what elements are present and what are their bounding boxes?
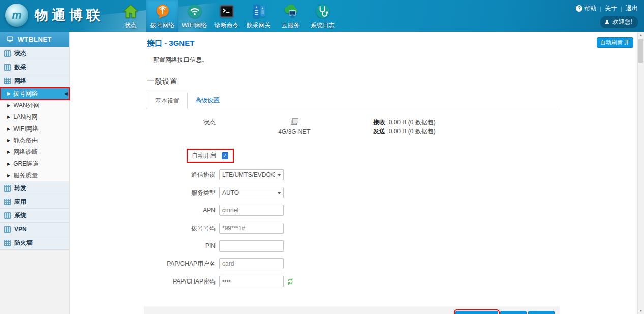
sidebar-item-vpn[interactable]: ▶ VPN ◀ [0,223,69,236]
field-control[interactable] [219,205,284,216]
refresh-icon[interactable] [287,278,294,285]
field-control[interactable] [219,276,284,287]
field-input[interactable] [219,187,284,198]
field-label: 服务类型 [144,189,216,197]
field-label: PAP/CHAP密码 [144,277,216,286]
chevron-down-icon [277,174,281,176]
reset-button[interactable]: 复位 [528,311,555,314]
field-label: PAP/CHAP用户名 [144,260,216,268]
wifi-icon [186,3,203,20]
nav-item-status[interactable]: 状态 [114,0,146,32]
divider: | [621,6,622,12]
status-row: 状态 4G/3G-NET 接收: 0.00 B (0 数据包) 发送: 0.00… [144,118,560,136]
sidebar-item-system[interactable]: ▶ 系统 ◀ [0,209,69,223]
auto-enable-label: 自动开启 [192,151,216,160]
grid-icon [4,64,11,71]
rx-stat: 接收: 0.00 B (0 数据包) [373,118,436,127]
about-link[interactable]: 关于 [605,4,617,13]
stethoscope-icon [314,3,331,20]
tab-basic-settings[interactable]: 基本设置 [147,93,188,109]
logo-sphere-icon: m [5,4,28,27]
tx-stat: 发送: 0.00 B (0 数据包) [373,127,436,136]
auto-refresh-toggle[interactable]: 自动刷新 开 [597,37,633,48]
sidebar-header: WTBLNET [0,32,69,47]
active-marker-icon: ◀ [65,91,68,96]
nav-item-dial-network[interactable]: 拨号网络 [146,0,178,32]
field-control[interactable] [219,258,284,269]
chevron-right-icon: ▶ [7,162,10,166]
logout-link[interactable]: 退出 [626,4,638,13]
grid-icon [4,212,11,219]
sidebar-item-static-route[interactable]: ▶ 静态路由 ◀ [0,135,69,146]
scrollbar-thumb[interactable] [638,39,643,63]
interface-device: 4G/3G-NET [216,118,373,136]
sidebar-item-qos[interactable]: ▶ 服务质量 ◀ [0,170,69,181]
sidebar-item-forwarding[interactable]: ▶ 转发 ◀ [0,181,69,195]
form-footer: 保存&应用 保存 复位 [144,306,560,314]
sidebar-item-gre-tunnel[interactable]: ▶ GRE隧道 ◀ [0,158,69,170]
grid-icon [4,185,11,192]
sidebar-item-net-diag[interactable]: ▶ 网络诊断 ◀ [0,146,69,158]
field-control[interactable] [219,187,284,198]
dial-antenna-icon [154,3,171,20]
status-label: 状态 [144,118,216,136]
chevron-right-icon: ▶ [7,150,10,154]
brand-logo: m 物通博联 [5,4,104,27]
field-control[interactable] [219,240,284,252]
settings-form: 通信协议 服务类型 [144,169,560,287]
scroll-up-icon[interactable]: ▲ [638,32,644,38]
save-button[interactable]: 保存 [500,311,527,314]
page-subtitle: 配置网络接口信息。 [153,56,560,65]
field-label: PIN [144,242,216,249]
pap-chap-username-field: PAP/CHAP用户名 [144,258,560,269]
chevron-right-icon: ▶ [7,91,10,96]
nav-item-daq-gateway[interactable]: 数采网关 [242,0,274,32]
nav-item-syslog[interactable]: 系统日志 [306,0,339,32]
help-link[interactable]: ?帮助 [576,4,596,13]
sidebar-item-apps[interactable]: ▶ 应用 ◀ [0,195,69,209]
chevron-right-icon: ▶ [7,103,10,108]
page-title: 接口 - 3GNET [147,39,560,48]
field-input[interactable] [219,205,284,216]
annotation-box: 自动开启 [187,149,234,163]
sidebar-item-wifi[interactable]: ▶ WIFI网络 ◀ [0,123,69,135]
nav-item-cloud[interactable]: 云服务 [274,0,306,32]
user-icon [604,19,610,25]
sidebar-item-dial-network[interactable]: ▶ 拨号网络 ◀ [0,88,69,100]
tab-advanced-settings[interactable]: 高级设置 [188,93,227,109]
grid-icon [4,199,11,205]
sidebar-item-status[interactable]: ▶ 状态 ◀ [0,47,69,60]
field-input[interactable] [219,223,284,234]
traffic-stats: 接收: 0.00 B (0 数据包) 发送: 0.00 B (0 数据包) [373,118,436,136]
field-input[interactable] [219,169,284,180]
sidebar-item-network[interactable]: ▶ 网络 ◀ [0,74,69,88]
chevron-down-icon [277,192,281,194]
vertical-scrollbar[interactable]: ▲ ▼ [637,32,644,314]
field-control[interactable] [219,223,284,234]
interface-icon [291,118,298,125]
nav-item-diagnostics[interactable]: 诊断命令 [210,0,242,32]
field-control[interactable] [219,169,284,180]
header-links: ?帮助 | 关于 | 退出 [576,4,638,13]
grid-icon [4,240,11,246]
sidebar-item-firewall[interactable]: ▶ 防火墙 ◀ [0,236,69,250]
chevron-right-icon: ▶ [7,115,10,119]
grid-icon [4,226,11,233]
welcome-badge[interactable]: 欢迎您! [600,16,638,28]
dial-number-field: 拨号号码 [144,223,560,234]
top-navigation: 状态 拨号网络 WIFI网络 诊断命令 数采网关 [114,0,339,32]
sidebar-item-wan[interactable]: ▶ WAN外网 ◀ [0,100,69,111]
field-input[interactable] [219,276,284,287]
section-title: 一般设置 [147,77,560,86]
scroll-down-icon[interactable]: ▼ [638,307,644,314]
field-input[interactable] [219,258,284,269]
service-type-select: 服务类型 [144,187,560,198]
sidebar-item-daq[interactable]: ▶ 数采 ◀ [0,60,69,74]
save-apply-button[interactable]: 保存&应用 [455,311,498,314]
brand-name: 物通博联 [35,6,104,24]
nav-item-wifi[interactable]: WIFI网络 [178,0,210,32]
pin-field: PIN [144,240,560,252]
sidebar-item-lan[interactable]: ▶ LAN内网 ◀ [0,111,69,123]
field-input[interactable] [219,240,284,252]
auto-enable-checkbox[interactable] [222,152,228,159]
